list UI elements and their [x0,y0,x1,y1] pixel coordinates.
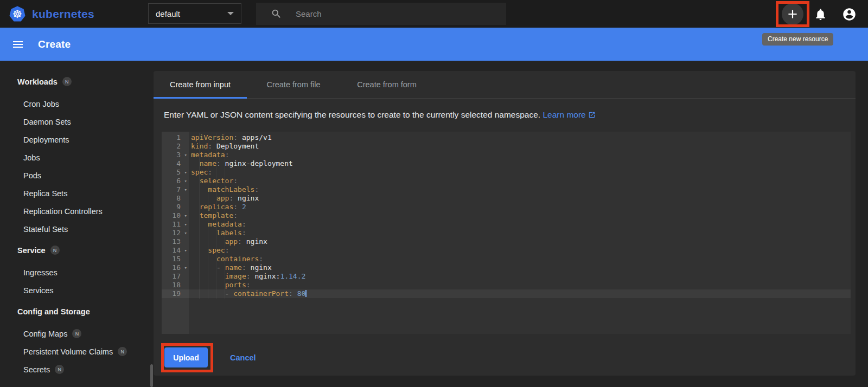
sidebar-item-config-maps[interactable]: Config MapsN [0,325,154,343]
sidebar-item-persistent-volume-claims[interactable]: Persistent Volume ClaimsN [0,343,154,360]
top-bar: ☸ kubernetes default [0,0,868,28]
code-token: labels [216,229,242,237]
fold-arrow-icon[interactable]: ▾ [184,229,187,237]
code-token [191,203,200,211]
sidebar-item-label: Jobs [23,153,40,162]
code-token: kind [191,142,208,150]
namespaced-badge: N [72,329,81,338]
learn-more-label: Learn more [542,110,585,119]
code-line-4: 4 name: nginx-deployment [162,159,851,168]
sidebar-item-label: Daemon Sets [23,118,71,126]
line-number: 18 [162,281,189,289]
search-bar [256,3,506,25]
code-token: : [233,203,238,211]
code-token: : [208,142,212,150]
tab-create-from-file[interactable]: Create from file [247,71,340,98]
code-text: - name: nginx [189,263,272,272]
code-token: app [225,237,238,246]
fold-arrow-icon[interactable]: ▾ [184,211,187,220]
code-token [191,159,200,167]
code-text: kind: Deployment [189,142,259,151]
yaml-editor[interactable]: 1apiVersion: apps/v12kind: Deployment3▾m… [162,132,851,334]
code-text: metadata: [189,220,246,229]
code-token: nginx-deployment [221,159,293,167]
kubernetes-logo[interactable]: ☸ [8,5,27,23]
sidebar-item-pods[interactable]: Pods [0,166,154,184]
description-text: Enter YAML or JSON content specifying th… [164,110,540,119]
account-button[interactable] [841,7,857,22]
sidebar-item-replication-controllers[interactable]: Replication Controllers [0,202,154,220]
code-text: name: nginx-deployment [189,159,293,168]
tab-label: Create from input [170,80,231,89]
brand-title: kubernetes [32,8,94,21]
sidebar-item-label: Replica Sets [23,189,67,198]
line-number: 8 [162,194,189,203]
fold-arrow-icon[interactable]: ▾ [184,185,187,194]
code-line-8: 8 app: nginx [162,194,851,203]
code-line-17: 17 image: nginx:1.14.2 [162,272,851,281]
tab-create-from-form[interactable]: Create from form [340,71,433,98]
fold-arrow-icon[interactable]: ▾ [184,246,187,255]
sidebar-item-replica-sets[interactable]: Replica Sets [0,184,154,202]
code-token: 1.14.2 [280,272,305,280]
line-number: 7▾ [162,185,189,194]
sidebar-scrollbar[interactable] [150,364,153,387]
fold-arrow-icon[interactable]: ▾ [184,151,187,159]
code-token: template [200,211,234,220]
code-token: : [208,168,212,176]
code-token: nginx [233,194,259,202]
sidebar-item-cron-jobs[interactable]: Cron Jobs [0,95,154,113]
code-text: app: nginx [189,237,267,246]
code-token: apiVersion [191,133,233,141]
fold-arrow-icon[interactable]: ▾ [184,220,187,229]
namespace-selector[interactable]: default [148,3,241,24]
code-line-7: 7▾ matchLabels: [162,185,851,194]
sidebar-item-deployments[interactable]: Deployments [0,131,154,149]
sidebar-item-ingresses[interactable]: Ingresses [0,263,154,281]
account-circle-icon [842,7,857,22]
code-token [191,237,225,246]
code-token: matchLabels [208,185,254,194]
code-token: : [242,220,246,228]
sidebar-group-workloads[interactable]: WorkloadsN [0,73,154,91]
fold-arrow-icon[interactable]: ▾ [184,177,187,185]
code-text: - containerPort: 80 [189,289,307,298]
code-line-5: 5▾spec: [162,168,851,177]
cancel-button[interactable]: Cancel [230,353,256,362]
line-number: 6▾ [162,177,189,185]
line-number: 10▾ [162,211,189,220]
line-number: 2 [162,142,189,151]
code-token: - [191,263,225,272]
sidebar-item-services[interactable]: Services [0,281,154,299]
code-token [191,272,225,280]
sidebar-item-label: Pods [23,171,41,180]
sidebar-item-daemon-sets[interactable]: Daemon Sets [0,113,154,131]
menu-button[interactable] [11,38,24,51]
sidebar-item-stateful-sets[interactable]: Stateful Sets [0,220,154,238]
code-token: image [225,272,246,280]
notifications-button[interactable] [813,7,828,22]
code-token [191,177,200,185]
code-token [191,211,200,220]
code-line-11: 11▾ metadata: [162,220,851,229]
create-new-resource-button[interactable] [782,3,803,25]
upload-button[interactable]: Upload [164,347,208,367]
code-token: spec [208,246,225,254]
text-cursor [305,290,307,297]
fold-arrow-icon[interactable]: ▾ [184,168,187,177]
sidebar-group-config-and-storage[interactable]: Config and Storage [0,302,154,320]
sidebar-item-secrets[interactable]: SecretsN [0,360,154,378]
content-area: WorkloadsNCron JobsDaemon SetsDeployment… [0,61,868,387]
fold-arrow-icon[interactable]: ▾ [184,263,187,272]
code-token: - [191,289,233,298]
namespaced-badge: N [62,77,72,86]
sidebar-group-label: Service [17,246,46,255]
sidebar-item-jobs[interactable]: Jobs [0,149,154,166]
learn-more-link[interactable]: Learn more [542,110,595,119]
search-input[interactable] [296,9,506,18]
tab-create-from-input[interactable]: Create from input [154,71,247,98]
code-token [191,255,216,263]
code-token: : [233,133,238,141]
sidebar-group-label: Config and Storage [17,307,90,316]
sidebar-group-service[interactable]: ServiceN [0,241,154,259]
